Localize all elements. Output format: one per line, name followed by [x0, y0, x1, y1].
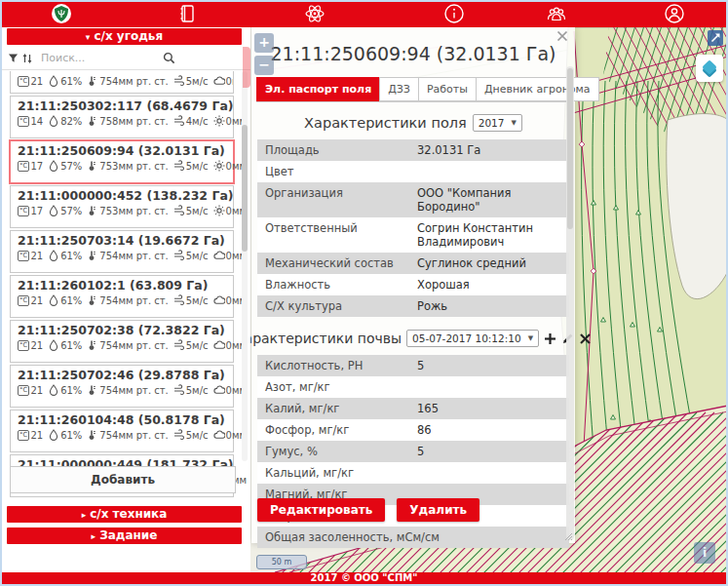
table-row: Общая засоленность, мСм/см: [257, 527, 569, 548]
field-item-title: 21:11:260102:1 (63.809 Га): [18, 278, 226, 293]
field-characteristics-table: Площадь 32.0131 Га Цвет Организация ООО …: [257, 139, 569, 317]
logo-shield-icon[interactable]: [51, 3, 72, 24]
sidebar-scroll-thumb[interactable]: [242, 125, 248, 252]
field-list-item[interactable]: 21:11:260102:1 (63.809 Га) °C21 61% 754м…: [10, 275, 234, 318]
row-value: [417, 530, 561, 544]
row-value: [417, 165, 561, 178]
edit-button[interactable]: Редактировать: [257, 498, 385, 522]
sun-icon: [213, 160, 225, 172]
row-value: 5: [417, 445, 561, 458]
sidebar-section-tasks[interactable]: ▸Задание: [7, 527, 242, 544]
row-value: 32.0131 Га: [417, 143, 561, 157]
delete-button[interactable]: Удалить: [397, 498, 479, 522]
search-icon[interactable]: [163, 52, 175, 64]
map-info-button[interactable]: i: [694, 542, 715, 564]
field-item-weather: °C21 61% 754мм рт. ст. 5м/с 0мм: [18, 294, 226, 306]
sidebar-section-fields[interactable]: ▾с/х угодья: [7, 28, 242, 45]
wind-icon: [173, 339, 185, 351]
sidebar-drawer-handle[interactable]: [243, 47, 250, 88]
sort-icon[interactable]: [21, 53, 33, 64]
info-icon[interactable]: [443, 3, 465, 24]
search-input[interactable]: [39, 51, 135, 65]
table-row: Цвет: [257, 161, 569, 182]
caret-right-icon: ▸: [82, 510, 87, 520]
panel-tab[interactable]: Дневник агронома: [476, 77, 599, 101]
copyright-label: 2017 © ООО "СПМ": [311, 572, 418, 583]
field-list-item[interactable]: 21:11:260104:48 (50.8178 Га) °C21 61% 75…: [10, 410, 234, 452]
field-list-item[interactable]: 21:11:250609:94 (32.0131 Га) °C17 57% 75…: [9, 139, 235, 184]
field-list-item[interactable]: 21:11:250703:14 (19.6672 Га) °C21 61% 75…: [10, 230, 234, 273]
zoom-in-button[interactable]: +: [254, 33, 274, 53]
pressure-thermometer-icon: [87, 294, 98, 306]
caret-down-icon: ▼: [511, 119, 516, 127]
row-label: Гумус, %: [265, 445, 417, 458]
layers-button[interactable]: [696, 55, 723, 82]
field-list-item[interactable]: °C21 61% 754мм рт. ст. 5м/с 0мм: [10, 71, 234, 94]
field-section-heading: Характеристики поля: [304, 115, 467, 131]
table-row: Кислотность, PH 5: [257, 355, 569, 376]
filter-icon[interactable]: [8, 53, 19, 64]
sidebar-section-machines[interactable]: ▸с/х техника: [7, 506, 242, 523]
field-list-item[interactable]: 21:11:000000:452 (138.232 Га) °C17 57% 7…: [10, 185, 234, 228]
profile-icon[interactable]: [664, 3, 685, 24]
panel-tab[interactable]: Эл. паспорт поля: [256, 77, 380, 101]
temperature-unit-icon: °C: [18, 206, 29, 216]
wind-icon: [173, 115, 185, 127]
row-value: [417, 466, 561, 480]
delete-x-icon[interactable]: [579, 332, 592, 345]
atom-icon[interactable]: [304, 3, 326, 24]
temperature-unit-icon: °C: [18, 385, 29, 396]
field-item-title: 21:11:250702:46 (29.8788 Га): [18, 368, 226, 382]
row-label: Механический состав: [265, 256, 417, 270]
sidebar-scrollbar[interactable]: [242, 71, 248, 461]
row-label: Общая засоленность, мСм/см: [265, 530, 417, 544]
wind-icon: [173, 429, 185, 441]
field-list-item[interactable]: 21:11:250302:117 (68.4679 Га) °C14 82% 7…: [10, 96, 234, 138]
panel-scroll-thumb[interactable]: [567, 68, 573, 229]
add-field-button[interactable]: Добавить: [10, 466, 236, 493]
row-label: Фосфор, мг/кг: [265, 423, 417, 437]
year-select-value: 2017: [479, 117, 505, 129]
field-item-title: 21:11:260104:48 (50.8178 Га): [18, 412, 226, 427]
field-list: °C21 61% 754мм рт. ст. 5м/с 0мм 21:11:25…: [10, 71, 234, 497]
soil-date-select[interactable]: 05-07-2017 10:12:10▼: [406, 330, 539, 347]
resize-grip-icon[interactable]: [563, 531, 573, 541]
pressure-thermometer-icon: [87, 384, 98, 396]
field-list-item[interactable]: 21:11:250702:46 (29.8788 Га) °C21 61% 75…: [10, 365, 234, 408]
sun-icon: [213, 205, 225, 216]
field-item-weather: °C17 57% 753мм рт. ст. 5м/с 0мм: [18, 160, 226, 172]
pressure-thermometer-icon: [87, 339, 98, 351]
table-row: Организация ООО "Компания Бородино": [257, 182, 569, 217]
wind-icon: [173, 250, 185, 261]
close-icon[interactable]: [556, 30, 568, 42]
zoom-out-button[interactable]: −: [254, 56, 274, 75]
temperature-unit-icon: °C: [18, 295, 29, 306]
users-group-icon[interactable]: [546, 3, 567, 24]
panel-tab[interactable]: ДЗЗ: [379, 77, 419, 101]
row-value: Согрин Константин Владимирович: [417, 221, 561, 249]
year-select[interactable]: 2017▼: [473, 114, 522, 132]
wind-icon: [173, 384, 185, 396]
panel-tabs: Эл. паспорт поля ДЗЗ Работы Дневник агро…: [256, 77, 570, 102]
caret-right-icon: ▸: [92, 531, 96, 541]
wind-icon: [173, 205, 185, 216]
temperature-unit-icon: °C: [18, 76, 29, 87]
expand-arrow-icon: [708, 30, 723, 46]
field-list-item[interactable]: 21:11:250702:38 (72.3822 Га) °C21 61% 75…: [10, 320, 234, 363]
panel-tab[interactable]: Работы: [418, 77, 477, 101]
pressure-thermometer-icon: [87, 160, 98, 172]
panel-scrollbar[interactable]: [566, 66, 574, 540]
journal-icon[interactable]: [176, 3, 198, 24]
cloud-icon: [213, 75, 225, 87]
pressure-thermometer-icon: [87, 115, 98, 127]
sidebar: ▾с/х угодья °C21 61% 754мм рт. ст. 5м/с …: [0, 27, 250, 572]
table-row: Кальций, мг/кг: [257, 462, 569, 484]
add-icon[interactable]: [544, 332, 556, 345]
row-value: ООО "Компания Бородино": [417, 186, 561, 214]
sun-icon: [213, 115, 225, 127]
fullscreen-button[interactable]: [708, 30, 723, 46]
panel-title: 21:11:250609:94 (32.0131 Га): [251, 43, 575, 64]
search-row: [0, 47, 250, 70]
temperature-unit-icon: °C: [18, 340, 29, 351]
footer-bar: 2017 © ООО "СПМ": [0, 572, 728, 584]
